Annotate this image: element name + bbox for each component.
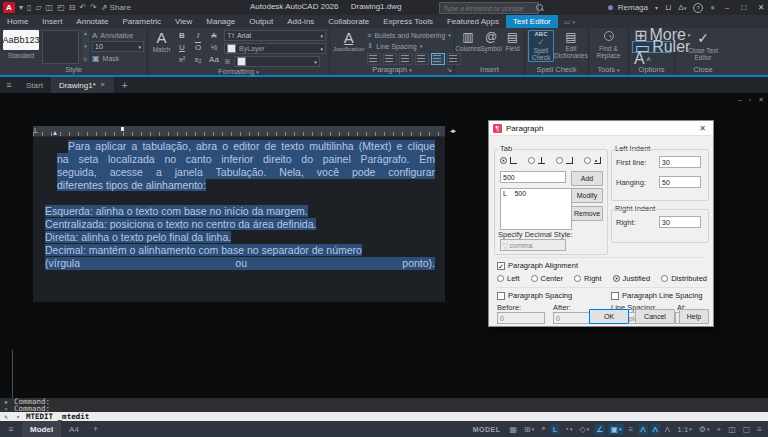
strikethrough-button[interactable]: A <box>207 30 221 41</box>
italic-button[interactable]: I <box>191 30 205 41</box>
clean-screen-icon[interactable]: ▢ <box>741 424 753 435</box>
grid-icon[interactable]: ▦ <box>507 424 519 435</box>
ribbon-tab-text-editor[interactable]: Text Editor <box>506 15 558 28</box>
annotation-autoscale-icon[interactable]: Λ <box>651 424 660 435</box>
file-tab-start[interactable]: Start <box>18 77 51 93</box>
bold-button[interactable]: B <box>175 30 189 41</box>
find-replace-button[interactable]: Find & Replace <box>593 30 625 59</box>
tab-stop-list-item[interactable]: L 500 <box>503 190 569 197</box>
insert-panel-label[interactable]: Insert <box>455 65 524 75</box>
file-tab-drawing1[interactable]: Drawing1* ✕ <box>51 77 114 93</box>
tab-stop-list[interactable]: L 500 <box>500 188 572 230</box>
close-button[interactable]: ✕ <box>756 3 766 12</box>
minimize-button[interactable]: – <box>722 3 732 12</box>
ortho-icon[interactable]: L <box>551 424 559 435</box>
gallery-up-icon[interactable]: ▴ <box>84 30 87 36</box>
polar-tracking-icon[interactable]: ◔▾ <box>562 424 574 435</box>
first-line-input[interactable] <box>659 156 701 168</box>
open-icon[interactable]: ▱ <box>35 3 41 12</box>
right-tab-radio[interactable] <box>556 157 573 164</box>
command-input-text[interactable]: MTEDIT _mtedit <box>26 412 89 421</box>
annotation-visibility-icon[interactable]: Λ <box>638 424 647 435</box>
style-gallery-scrollbar[interactable]: ▴ ▾ ≡ <box>82 30 89 62</box>
ok-button[interactable]: OK <box>589 309 629 324</box>
help-icon[interactable]: ? <box>693 3 703 13</box>
model-space-indicator[interactable]: MODEL <box>473 426 501 433</box>
redo-icon[interactable]: ↷ <box>90 3 97 12</box>
tray-icon[interactable]: ◫ <box>726 424 738 435</box>
alignment-option-center[interactable]: Center <box>531 274 564 283</box>
drawing-tab-close-icon[interactable]: ✕ <box>100 81 106 89</box>
highlight-dropdown-icon[interactable]: ▾ <box>314 59 317 65</box>
signed-in-user[interactable]: ☻ Remaga <box>606 3 648 12</box>
modify-tab-button[interactable]: Modify <box>571 188 603 203</box>
spell-check-button[interactable]: ABC ✓ Spell Check <box>528 30 554 62</box>
tab-stop-marker[interactable] <box>121 127 124 131</box>
layout-menu-icon[interactable]: ≡ <box>0 424 22 434</box>
text-height-dropdown-icon[interactable]: ▾ <box>138 44 141 50</box>
settings-icon[interactable]: ⚙▾ <box>697 424 712 435</box>
plot-icon[interactable]: ⊟ <box>69 3 76 12</box>
highlight-combo[interactable]: ▾ <box>234 56 320 67</box>
osnap-tracking-icon[interactable]: ∠ <box>594 424 605 435</box>
align-left-button[interactable] <box>367 53 381 65</box>
style-preview[interactable]: AaBb123 <box>3 30 39 50</box>
center-tab-radio[interactable] <box>528 157 545 164</box>
columns-button[interactable]: ▥ Columns <box>458 30 478 52</box>
remove-tab-button[interactable]: Remove <box>571 206 603 221</box>
font-dropdown-icon[interactable]: ▾ <box>320 33 323 39</box>
ribbon-tab-view[interactable]: View <box>168 15 199 28</box>
mtext-content[interactable]: Para aplicar a tabulação, abra o editor … <box>33 137 445 270</box>
style-gallery[interactable] <box>42 30 79 64</box>
drawing-close-icon[interactable]: ✕ <box>758 96 764 104</box>
paragraph-panel-label[interactable]: Paragraph ▾ ↘ <box>330 65 454 75</box>
command-input-row[interactable]: ✎ ▾ MTEDIT _mtedit <box>0 412 768 421</box>
close-panel-label[interactable]: Close <box>675 65 731 75</box>
mtext-editor[interactable]: L ◂▸ Para aplicar a tabulação, abra o ed… <box>33 126 445 302</box>
settings-icon-dropdown[interactable]: ▾ <box>707 426 710 432</box>
gallery-down-icon[interactable]: ▾ <box>84 43 87 49</box>
alignment-option-justified[interactable]: Justified <box>613 274 651 283</box>
dynamic-input-icon[interactable]: ⌖ <box>539 423 548 435</box>
formatting-panel-label[interactable]: Formatting ▾ <box>148 67 329 77</box>
file-tabs-menu-icon[interactable]: ≡ <box>0 77 18 93</box>
dialog-title-bar[interactable]: ¶ Paragraph ✕ <box>489 121 713 136</box>
text-height-combo[interactable]: 10 ▾ <box>92 41 144 52</box>
isodraft-icon-dropdown[interactable]: ▾ <box>587 426 590 432</box>
right-indent-input[interactable] <box>659 216 701 228</box>
ribbon-tab-output[interactable]: Output <box>242 15 280 28</box>
spell-check-panel-label[interactable]: Spell Check <box>525 65 588 75</box>
new-drawing-tab-button[interactable]: + <box>114 77 136 93</box>
model-tab[interactable]: Model <box>22 421 61 437</box>
bullets-numbering-button[interactable]: ≡ Bullets and Numbering ▾ <box>367 30 461 40</box>
overline-button[interactable]: O <box>191 42 205 53</box>
edit-dictionaries-button[interactable]: ▤ Edit Dictionaries <box>557 30 585 59</box>
drawing-canvas[interactable]: – ▫ ✕ L ◂▸ Para aplicar a tabulação, abr… <box>0 93 768 398</box>
alignment-option-distributed[interactable]: Distributed <box>661 274 707 283</box>
annotation-scale-value-dropdown[interactable]: ▾ <box>689 426 692 432</box>
osnap-icon-dropdown[interactable]: ▾ <box>619 426 622 432</box>
command-recent-dropdown-icon[interactable]: ▾ <box>14 412 22 421</box>
column-width-handle[interactable]: ◂▸ <box>450 126 455 136</box>
new-icon[interactable]: ▯ <box>27 3 31 12</box>
justification-button[interactable]: A̲ Justification <box>333 30 364 52</box>
new-layout-button[interactable]: + <box>87 424 104 434</box>
alignment-option-left[interactable]: Left <box>497 274 520 283</box>
symbol-button[interactable]: @ Symbol <box>481 30 501 52</box>
drawing-restore-icon[interactable]: ▫ <box>749 96 751 104</box>
underline-button[interactable]: U <box>175 42 189 53</box>
user-dropdown-icon[interactable]: ▾ <box>655 4 658 11</box>
redo-icon[interactable]: A <box>647 56 651 62</box>
paragraph-dialog-launcher[interactable]: ↘ <box>446 65 452 75</box>
align-right-button[interactable] <box>399 53 413 65</box>
hanging-input[interactable] <box>659 176 701 188</box>
background-mask-toggle[interactable]: ▣ Mask <box>92 53 144 63</box>
share-icon[interactable]: ⇗ <box>101 3 108 12</box>
health-icon[interactable]: ● <box>710 3 715 12</box>
annotation-scale-value[interactable]: 1:1▾ <box>675 424 694 435</box>
paragraph-line-spacing-checkbox[interactable]: Paragraph Line Spacing <box>611 291 702 300</box>
close-text-editor-button[interactable]: ✓ Close Text Editor <box>681 30 725 61</box>
snap-mode-icon[interactable]: ⊞▾ <box>522 424 536 435</box>
annotation-scale-icon[interactable]: Λ <box>663 424 672 435</box>
ribbon-display-toggle[interactable]: ▭ ▾ <box>558 15 581 28</box>
